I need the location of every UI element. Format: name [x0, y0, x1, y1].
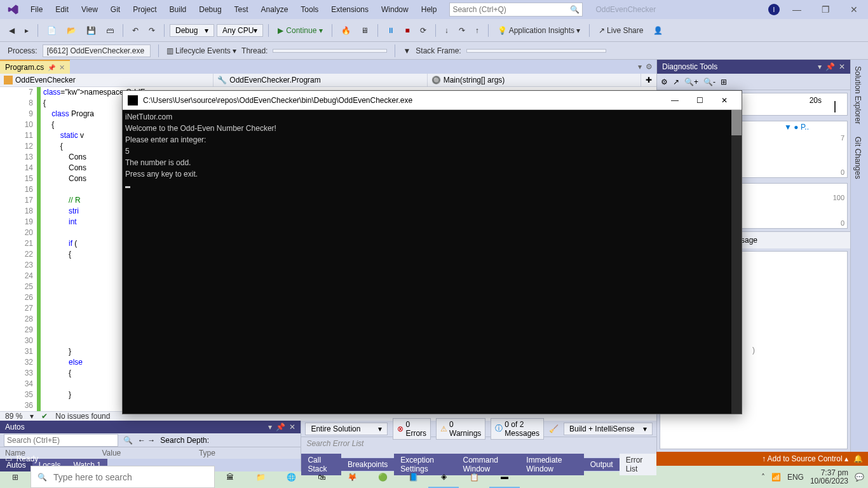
menu-file[interactable]: File [24, 3, 49, 17]
task-cortana-icon[interactable]: 🏛 [215, 466, 245, 488]
config-dropdown[interactable]: Debug▾ [170, 24, 214, 37]
taskbar-search[interactable]: 🔍 [31, 466, 215, 488]
menu-analyze[interactable]: Analyze [255, 3, 295, 17]
lifecycle-button[interactable]: ▥ Lifecycle Events ▾ [166, 46, 236, 55]
errors-badge[interactable]: ⊗0 Errors [393, 418, 431, 440]
diag-dropdown-icon[interactable]: ▾ [818, 62, 822, 71]
close-button[interactable]: ✕ [843, 2, 865, 17]
menu-edit[interactable]: Edit [49, 3, 75, 17]
browser-icon[interactable]: 🖥 [357, 24, 372, 37]
error-search-placeholder[interactable]: Search Error List [301, 437, 656, 450]
filter-icon[interactable]: ▼ [403, 46, 410, 55]
autos-search[interactable] [4, 434, 118, 447]
console-scrollbar[interactable] [731, 110, 742, 135]
minimize-button[interactable]: ― [785, 2, 809, 17]
menu-view[interactable]: View [75, 3, 104, 17]
menu-build[interactable]: Build [163, 3, 193, 17]
nav-project[interactable]: OddEvenChecker [0, 74, 214, 86]
diag-close-icon[interactable]: ✕ [839, 62, 845, 71]
console-maximize-button[interactable]: ☐ [688, 92, 712, 109]
menu-help[interactable]: Help [415, 3, 444, 17]
redo-button[interactable]: ↷ [145, 24, 159, 37]
reset-icon[interactable]: ⊞ [721, 78, 727, 86]
tab-settings-icon[interactable]: ⚙ [646, 62, 653, 71]
autos-close-icon[interactable]: ✕ [289, 423, 295, 431]
nav-method[interactable]: 🔘Main(string[] args) [428, 74, 641, 86]
scope-dropdown[interactable]: Entire Solution▾ [305, 423, 388, 435]
forward-button[interactable]: ▸ [21, 24, 32, 37]
tray-lang[interactable]: ENG [787, 473, 804, 482]
pin-icon[interactable]: 📌 [48, 64, 55, 71]
continue-button[interactable]: ▶ Continue ▾ [274, 24, 327, 37]
zoom-in-icon[interactable]: 🔍+ [684, 78, 698, 86]
menu-window[interactable]: Window [375, 3, 415, 17]
liveshare-button[interactable]: ↗ Live Share [595, 24, 647, 37]
source-control-button[interactable]: ↑ Add to Source Control ▴ [762, 454, 848, 463]
menu-extensions[interactable]: Extensions [325, 3, 375, 17]
zoom-out-icon[interactable]: 🔍- [703, 78, 715, 86]
tab-errorlist[interactable]: Error List [620, 454, 656, 475]
taskbar-search-input[interactable] [53, 472, 208, 482]
pause-button[interactable]: ⏸ [383, 24, 398, 37]
console-window[interactable]: C:\Users\User\source\repos\OddEvenChecke… [122, 90, 742, 414]
gear-icon[interactable]: ⚙ [661, 78, 668, 86]
platform-dropdown[interactable]: Any CPU▾ [217, 24, 263, 37]
diag-pin-icon[interactable]: 📌 [825, 62, 835, 71]
step-out-button[interactable]: ↑ [471, 24, 483, 37]
task-vs-icon[interactable]: ◈ [428, 466, 459, 488]
clear-icon[interactable]: 🧹 [549, 424, 559, 433]
side-solution-explorer[interactable]: Solution Explorer [851, 60, 865, 130]
back-button[interactable]: ◀ [5, 24, 18, 37]
tab-immediate[interactable]: Immediate Window [520, 454, 583, 475]
task-edge-icon[interactable]: 🌐 [276, 466, 306, 488]
save-button[interactable]: 💾 [83, 24, 100, 37]
menu-tools[interactable]: Tools [294, 3, 325, 17]
zoom-level[interactable]: 89 % [5, 412, 22, 421]
menu-git[interactable]: Git [104, 3, 126, 17]
task-word-icon[interactable]: 📘 [398, 466, 428, 488]
tray-wifi-icon[interactable]: 📶 [771, 473, 781, 482]
search-icon[interactable]: 🔍 [123, 436, 133, 445]
file-tab-program[interactable]: Program.cs 📌 ✕ [0, 60, 70, 74]
thread-dropdown[interactable] [273, 49, 387, 53]
task-chrome-icon[interactable]: 🟢 [367, 466, 398, 488]
start-button[interactable]: ⊞ [0, 466, 31, 488]
stop-button[interactable]: ■ [401, 24, 413, 37]
console-title-bar[interactable]: C:\Users\User\source\repos\OddEvenChecke… [123, 91, 742, 110]
nav-class[interactable]: 🔧OddEvenChecker.Program [214, 74, 427, 86]
tab-output[interactable]: Output [584, 458, 620, 471]
restart-button[interactable]: ⟳ [416, 24, 430, 37]
undo-button[interactable]: ↶ [128, 24, 142, 37]
hot-reload-icon[interactable]: 🔥 [337, 24, 355, 37]
tab-dropdown-icon[interactable]: ▾ [638, 62, 642, 71]
warnings-badge[interactable]: ⚠0 Warnings [436, 418, 485, 440]
menu-debug[interactable]: Debug [193, 3, 227, 17]
tray-notifications-icon[interactable]: 💬 [855, 473, 864, 482]
user-avatar[interactable]: I [768, 4, 780, 15]
console-minimize-button[interactable]: ― [662, 92, 688, 109]
notifications-icon[interactable]: 🔔 [853, 454, 863, 463]
step-over-button[interactable]: ↷ [455, 24, 469, 37]
insights-button[interactable]: 💡 Application Insights ▾ [494, 24, 584, 37]
stackframe-dropdown[interactable] [466, 49, 606, 53]
menu-project[interactable]: Project [126, 3, 163, 17]
step-into-button[interactable]: ↓ [441, 24, 452, 37]
close-tab-icon[interactable]: ✕ [59, 64, 65, 72]
messages-badge[interactable]: ⓘ0 of 2 Messages [491, 418, 544, 440]
process-dropdown[interactable]: [6612] OddEvenChecker.exe [43, 44, 151, 57]
tray-chevron-icon[interactable]: ˄ [761, 473, 765, 482]
task-firefox-icon[interactable]: 🦊 [337, 466, 367, 488]
task-store-icon[interactable]: 🛍 [306, 466, 337, 488]
build-filter-dropdown[interactable]: Build + IntelliSense▾ [564, 423, 653, 435]
open-button[interactable]: 📂 [63, 24, 80, 37]
task-explorer-icon[interactable]: 📁 [245, 466, 276, 488]
autos-pin-icon[interactable]: 📌 [276, 423, 285, 431]
menu-search[interactable]: 🔍 [449, 3, 583, 17]
console-output[interactable]: iNetTutor.com Welcome to the Odd-Even Nu… [123, 110, 742, 414]
console-close-button[interactable]: ✕ [712, 92, 736, 109]
task-console-icon[interactable]: ▬ [489, 466, 520, 488]
tray-clock[interactable]: 7:37 pm 10/06/2023 [810, 469, 848, 485]
menu-search-input[interactable] [452, 5, 570, 14]
split-icon[interactable]: ✚ [641, 74, 656, 86]
autos-dropdown-icon[interactable]: ▾ [268, 423, 272, 431]
